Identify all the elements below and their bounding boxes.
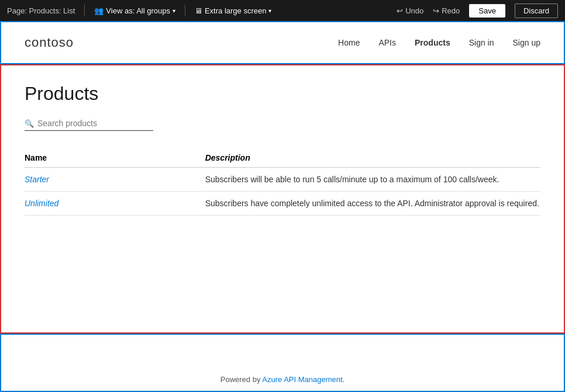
search-container: 🔍 <box>25 119 153 131</box>
page-wrapper: contoso Home APIs Products Sign in Sign … <box>0 21 565 392</box>
page-title: Products <box>25 83 540 105</box>
redo-icon: ↪ <box>433 6 439 15</box>
product-name-cell: Unlimited <box>25 192 205 216</box>
view-as-label: View as: All groups <box>106 6 170 15</box>
undo-icon: ↩ <box>397 6 403 15</box>
toolbar: Page: Products: List 👥 View as: All grou… <box>0 0 565 21</box>
footer-link[interactable]: Azure API Management. <box>262 375 344 384</box>
col-name-header: Name <box>25 148 205 168</box>
product-name-link[interactable]: Unlimited <box>25 199 58 208</box>
undo-label: Undo <box>405 6 423 15</box>
products-table: Name Description StarterSubscribers will… <box>25 148 540 216</box>
table-header-row: Name Description <box>25 148 540 168</box>
discard-button[interactable]: Discard <box>515 4 558 18</box>
nav-products[interactable]: Products <box>415 38 450 47</box>
footer-section: Powered by Azure API Management. <box>0 334 565 392</box>
nav-apis[interactable]: APIs <box>378 38 396 47</box>
product-name-link[interactable]: Starter <box>25 175 49 184</box>
footer-label: Powered by <box>221 375 263 384</box>
nav-home[interactable]: Home <box>338 38 360 47</box>
table-row: StarterSubscribers will be able to run 5… <box>25 168 540 192</box>
product-desc-cell: Subscribers have completely unlimited ac… <box>205 192 540 216</box>
chevron-down-icon2: ▾ <box>268 8 271 14</box>
toolbar-separator2 <box>185 5 185 16</box>
search-input[interactable] <box>37 119 149 128</box>
save-button[interactable]: Save <box>469 4 505 18</box>
view-as-selector[interactable]: 👥 View as: All groups ▾ <box>94 6 175 15</box>
redo-label: Redo <box>442 6 460 15</box>
col-desc-header: Description <box>205 148 540 168</box>
redo-button[interactable]: ↪ Redo <box>433 6 460 15</box>
content-section: Products 🔍 Name Description StarterSubsc… <box>0 64 565 334</box>
site-header: contoso Home APIs Products Sign in Sign … <box>25 22 540 63</box>
nav-sign-up[interactable]: Sign up <box>513 38 540 47</box>
nav-sign-in[interactable]: Sign in <box>469 38 494 47</box>
table-row: UnlimitedSubscribers have completely unl… <box>25 192 540 216</box>
page-label: Page: Products: List <box>7 6 75 15</box>
undo-button[interactable]: ↩ Undo <box>397 6 423 15</box>
screen-size-label: Extra large screen <box>205 6 267 15</box>
users-icon: 👥 <box>94 6 104 15</box>
chevron-down-icon: ▾ <box>173 8 175 14</box>
product-name-cell: Starter <box>25 168 205 192</box>
search-icon: 🔍 <box>25 119 34 128</box>
footer-text: Powered by Azure API Management. <box>221 375 344 384</box>
product-desc-cell: Subscribers will be able to run 5 calls/… <box>205 168 540 192</box>
header-section: contoso Home APIs Products Sign in Sign … <box>0 21 565 64</box>
site-nav: Home APIs Products Sign in Sign up <box>338 38 540 47</box>
site-logo: contoso <box>25 35 74 50</box>
monitor-icon: 🖥 <box>195 6 202 15</box>
toolbar-separator <box>84 5 85 16</box>
screen-size-selector[interactable]: 🖥 Extra large screen ▾ <box>195 6 272 15</box>
